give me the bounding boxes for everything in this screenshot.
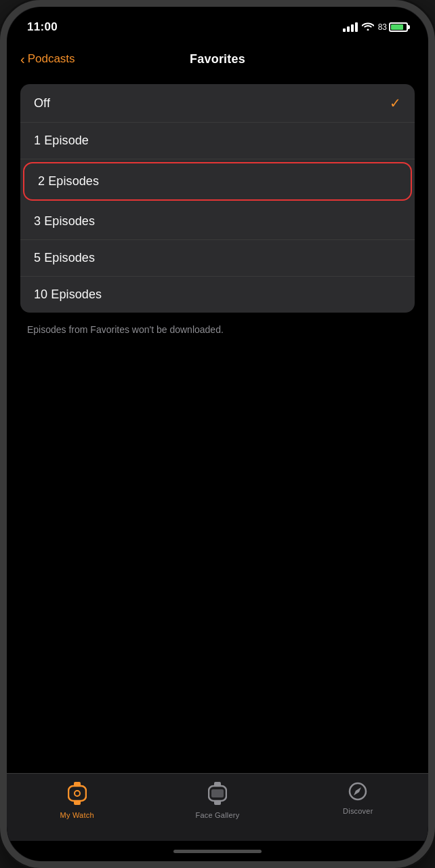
nav-title: Favorites (190, 52, 245, 66)
options-list: Off ✓ 1 Episode 2 Episodes 3 Episodes (20, 84, 415, 313)
main-content: Off ✓ 1 Episode 2 Episodes 3 Episodes (7, 77, 428, 773)
back-label: Podcasts (28, 52, 75, 66)
svg-point-3 (75, 791, 80, 796)
footnote: Episodes from Favorites won't be downloa… (20, 323, 415, 337)
phone-frame: 11:00 83 (0, 0, 435, 868)
wifi-icon (362, 21, 374, 33)
option-5-episodes[interactable]: 5 Episodes (20, 240, 415, 277)
svg-rect-7 (211, 789, 224, 797)
nav-bar: ‹ Podcasts Favorites (7, 41, 428, 77)
svg-rect-6 (214, 800, 221, 805)
status-time: 11:00 (27, 20, 58, 34)
screen: 11:00 83 (7, 7, 428, 861)
battery-label: 83 (378, 22, 387, 32)
option-10-episodes[interactable]: 10 Episodes (20, 277, 415, 313)
back-button[interactable]: ‹ Podcasts (20, 52, 75, 66)
face-gallery-icon (208, 782, 227, 808)
option-label-2ep: 2 Episodes (38, 174, 99, 189)
home-bar (173, 850, 262, 853)
tab-face-gallery[interactable]: Face Gallery (147, 782, 287, 819)
status-icons: 83 (343, 21, 408, 33)
tab-label-my-watch: My Watch (60, 811, 94, 819)
option-3-episodes[interactable]: 3 Episodes (20, 203, 415, 240)
svg-rect-2 (68, 786, 86, 801)
option-2-episodes-wrapper: 2 Episodes (23, 162, 412, 201)
option-label-1ep: 1 Episode (34, 134, 89, 148)
option-2-episodes[interactable]: 2 Episodes (23, 162, 412, 201)
option-1-episode[interactable]: 1 Episode (20, 123, 415, 159)
notch (163, 7, 272, 28)
tab-my-watch[interactable]: My Watch (7, 782, 147, 819)
checkmark-off: ✓ (390, 95, 401, 111)
tab-label-discover: Discover (343, 807, 373, 815)
option-label-off: Off (34, 96, 50, 111)
signal-bars-icon (343, 22, 358, 32)
tab-bar: My Watch Face Gallery (7, 773, 428, 841)
battery-icon (389, 22, 408, 32)
svg-rect-5 (214, 782, 221, 787)
battery-container: 83 (378, 22, 408, 32)
back-chevron-icon: ‹ (20, 52, 25, 66)
tab-label-face-gallery: Face Gallery (196, 811, 240, 819)
option-label-10ep: 10 Episodes (34, 288, 102, 302)
my-watch-icon (68, 782, 87, 808)
option-off[interactable]: Off ✓ (20, 84, 415, 123)
option-label-5ep: 5 Episodes (34, 251, 95, 265)
option-label-3ep: 3 Episodes (34, 214, 95, 229)
discover-icon (348, 782, 367, 804)
home-indicator (7, 841, 428, 861)
tab-discover[interactable]: Discover (288, 782, 428, 815)
svg-marker-9 (354, 787, 361, 795)
